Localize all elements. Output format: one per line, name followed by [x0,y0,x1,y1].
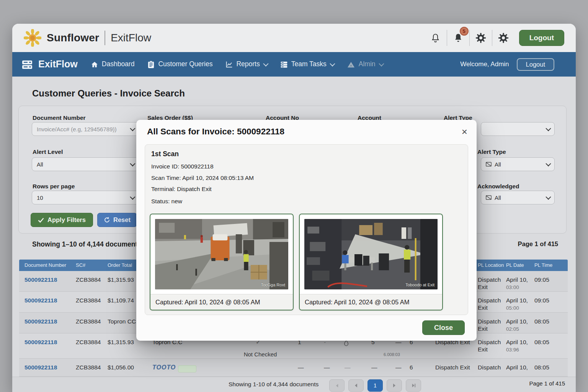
pl-date-sub: 05:00 [506,305,528,311]
pl-date-cell: April 10, [506,339,528,345]
apply-filters-button[interactable]: Apply Filters [31,213,93,227]
capture-card: TocGga Roxt Captured: April 10, 2024 @ 0… [150,214,294,310]
sc-cell: ZCB3884 [76,276,101,283]
document-link[interactable]: 5000922118 [24,276,57,283]
chevron-down-icon [130,126,135,131]
stack-icon [280,60,288,68]
alert-level-select[interactable]: All [32,157,139,171]
last-page-button[interactable] [406,379,421,392]
product-name: ExitFlow [111,32,151,44]
nav-item-dashboard[interactable]: Dashboard [91,60,135,68]
bottom-bar: Showing 1-10 of 4,344 documents 1 Page 1… [12,377,576,392]
document-number-input[interactable]: Invoice/Acc# (e.g, 129456789)) [32,122,139,136]
scan-time: Scan Time: April 10, 2024 08:05:13 AM [151,175,254,181]
alert-type-right-select[interactable]: All [481,157,555,171]
pl-date-cell: April 10, [506,297,528,304]
reset-button[interactable]: Reset [97,213,137,227]
capture-card: Toboodo at Exit Captured: April 10, 2024… [299,214,443,310]
pl-time-cell: 08:05 [534,364,549,371]
next-page-button[interactable] [387,379,402,392]
total-cell: $1,109.74 [108,297,134,304]
gear-icon-2[interactable] [495,29,512,47]
pl-time-cell: 08:05 [534,339,549,346]
pl-location-cell: Dispatch Exit [478,318,502,332]
col-pl-location: PL Location [478,262,504,268]
main-navbar: ExitFlow Dashboard [12,52,576,77]
document-number-label: Document Number [33,114,86,121]
nav-item-customer-queries[interactable]: Customer Queries [147,60,212,69]
document-link[interactable]: 5000922118 [24,339,57,346]
chevron-down-icon [546,161,551,167]
sc-cell: ZCB3884 [76,297,101,304]
alert-type-top-select[interactable] [481,122,555,136]
nav-item-reports[interactable]: Reports [225,60,267,68]
capture-caption: Captured: April 10, 2024 @ 08:05 AM [300,294,442,310]
scan-heading: 1st Scan [151,150,179,158]
mid-cell: — [395,364,402,371]
chart-icon [225,60,233,68]
document-link[interactable]: 5000922118 [24,364,57,371]
alert-level-value: All [37,161,43,168]
mid-cell: — [371,364,377,371]
check-icon [38,217,44,223]
results-summary-bottom: Showing 1-10 of 4,344 documents [229,381,318,388]
divider [447,30,447,46]
nav-item-team-tasks[interactable]: Team Tasks [280,60,334,68]
modal-title: All Scans for Invoice: 5000922118 [147,127,284,137]
pl-location-cell: Dispatch Exit [478,276,502,291]
mid-cell: 6 [410,364,413,371]
acknowledged-label: Acknowledged [477,183,519,190]
chevron-down-icon [546,194,551,200]
scan-terminal: Terminal: Dispatch Exit [151,186,212,193]
triangle-icon [347,60,355,68]
document-link[interactable]: 5000922118 [24,318,57,325]
pl-location-cell: Dispatch Exit [478,339,502,353]
reset-icon [104,217,110,223]
not-checked-note: Not Checked [234,351,287,358]
logout-button-top[interactable]: Logout [519,30,564,46]
divider [492,30,492,46]
document-number-placeholder: Invoice/Acc# (e.g, 129456789)) [37,126,116,132]
brand-group: Sunflower ExitFlow [24,29,151,47]
mid-cell: — [298,364,304,371]
sub-value: 6.008:03 [384,352,400,357]
prev-page-button[interactable] [348,379,364,392]
page-1-button[interactable]: 1 [368,379,383,392]
logout-button-nav[interactable]: Logout [517,58,554,71]
navbar-brand[interactable]: ExitFlow [21,59,78,70]
document-link[interactable]: 5000922118 [24,297,57,304]
acknowledged-select[interactable]: All [481,191,555,204]
acknowledged-value: All [495,194,501,201]
nav-item-almin[interactable]: Almin [347,60,383,68]
chevron-down-icon [130,161,135,167]
chevron-down-icon [130,194,135,200]
close-icon[interactable]: × [462,127,467,137]
rows-per-page-value: 10 [37,194,43,201]
bell-outline-icon[interactable] [427,29,444,47]
close-button[interactable]: Close [422,320,465,335]
col-document-number: Document Number [24,262,66,268]
bell-filled-icon[interactable]: 5 [449,29,467,47]
rows-per-page-select[interactable]: 10 [32,191,139,204]
alert-type-right-label: Alert Type [477,149,506,155]
chevron-down-icon [379,61,384,66]
pl-time-cell: 09:05 [534,297,549,304]
sc-cell: ZCB3884 [76,364,101,371]
gear-icon[interactable] [472,29,490,47]
pl-date-sub: 03:00 [506,284,528,290]
home-icon [91,60,98,68]
total-cell: $1,315.93 [108,276,134,283]
sc-cell: ZCB3884 [76,339,101,346]
camera-watermark: TocGga Roxt [261,283,285,287]
col-order-total: Order Total [108,262,132,268]
location-cell: Dispatch Exit [435,364,470,371]
page-title: Customer Queries - Invoice Search [32,88,185,99]
clipboard-icon [147,60,155,69]
scan-panel: 1st Scan Invoice ID: 5000922118 Scan Tim… [145,144,468,315]
header-actions: 5 [427,29,564,47]
cctv-image-indoor: Toboodo at Exit [304,219,438,289]
chevron-down-icon [330,61,335,66]
pl-date-cell: April 10, [506,364,528,371]
all-scans-modal: All Scans for Invoice: 5000922118 × 1st … [136,120,477,341]
first-page-button[interactable] [329,379,345,392]
